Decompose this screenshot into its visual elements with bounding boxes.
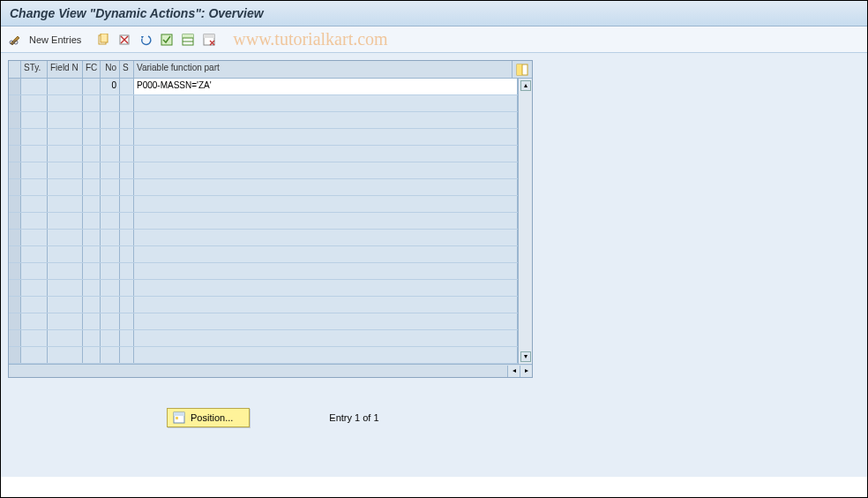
- cell-s[interactable]: [120, 313, 134, 329]
- cell-var-func[interactable]: [134, 129, 518, 145]
- cell-fc[interactable]: [83, 162, 101, 178]
- cell-no[interactable]: [101, 230, 120, 245]
- cell-s[interactable]: [120, 179, 134, 195]
- cell-fc[interactable]: [83, 196, 101, 212]
- cell-field-n[interactable]: [48, 179, 83, 195]
- cell-no[interactable]: [101, 313, 120, 329]
- col-header-s[interactable]: S: [120, 61, 134, 78]
- select-all-icon[interactable]: [159, 32, 175, 48]
- cell-no[interactable]: [101, 330, 120, 346]
- cell-no[interactable]: [101, 196, 120, 212]
- cell-field-n[interactable]: [48, 112, 83, 128]
- cell-var-func[interactable]: [134, 330, 518, 346]
- row-selector[interactable]: [9, 95, 21, 111]
- row-selector[interactable]: [9, 313, 21, 329]
- cell-sty[interactable]: [21, 263, 48, 279]
- cell-field-n[interactable]: [48, 95, 83, 111]
- col-header-sty[interactable]: STy.: [21, 61, 48, 78]
- cell-s[interactable]: [120, 162, 134, 178]
- cell-s[interactable]: [120, 112, 134, 128]
- row-selector[interactable]: [9, 196, 21, 212]
- cell-fc[interactable]: [83, 213, 101, 229]
- cell-no[interactable]: [101, 162, 120, 178]
- table-row[interactable]: [9, 246, 518, 263]
- cell-no[interactable]: [101, 179, 120, 195]
- cell-no[interactable]: [101, 263, 120, 279]
- cell-sty[interactable]: [21, 179, 48, 195]
- cell-fc[interactable]: [83, 297, 101, 313]
- cell-var-func[interactable]: [134, 246, 518, 262]
- cell-field-n[interactable]: [48, 263, 83, 279]
- cell-no[interactable]: [101, 280, 120, 296]
- cell-var-func[interactable]: [134, 347, 518, 363]
- scroll-down-icon[interactable]: ▾: [520, 351, 531, 362]
- table-select-icon[interactable]: [180, 32, 196, 48]
- cell-sty[interactable]: [21, 213, 48, 229]
- select-all-corner[interactable]: [9, 61, 21, 78]
- cell-no[interactable]: [101, 246, 120, 262]
- cell-field-n[interactable]: [48, 79, 83, 94]
- cell-field-n[interactable]: [48, 297, 83, 313]
- cell-s[interactable]: [120, 129, 134, 145]
- row-selector[interactable]: [9, 112, 21, 128]
- cell-s[interactable]: [120, 213, 134, 229]
- table-row[interactable]: [9, 347, 518, 364]
- row-selector[interactable]: [9, 246, 21, 262]
- cell-sty[interactable]: [21, 330, 48, 346]
- position-button[interactable]: Position...: [167, 408, 250, 427]
- cell-no[interactable]: 0: [101, 79, 120, 94]
- cell-fc[interactable]: [83, 129, 101, 145]
- table-row[interactable]: 0P000-MASSN='ZA': [9, 79, 518, 95]
- row-selector[interactable]: [9, 297, 21, 313]
- table-row[interactable]: [9, 213, 518, 230]
- cell-s[interactable]: [120, 196, 134, 212]
- cell-no[interactable]: [101, 129, 120, 145]
- cell-var-func[interactable]: [134, 95, 518, 111]
- cell-sty[interactable]: [21, 79, 48, 94]
- new-entries-button[interactable]: New Entries: [29, 34, 81, 45]
- table-row[interactable]: [9, 263, 518, 280]
- scroll-left-icon[interactable]: ◂: [507, 366, 520, 377]
- cell-fc[interactable]: [83, 95, 101, 111]
- row-selector[interactable]: [9, 347, 21, 363]
- cell-field-n[interactable]: [48, 313, 83, 329]
- cell-fc[interactable]: [83, 263, 101, 279]
- cell-var-func[interactable]: [134, 162, 518, 178]
- table-row[interactable]: [9, 162, 518, 179]
- table-row[interactable]: [9, 95, 518, 112]
- deselect-all-icon[interactable]: [201, 32, 217, 48]
- cell-fc[interactable]: [83, 330, 101, 346]
- cell-s[interactable]: [120, 79, 134, 94]
- delete-icon[interactable]: [116, 32, 132, 48]
- copy-icon[interactable]: [95, 32, 111, 48]
- vertical-scrollbar[interactable]: ▴ ▾: [518, 79, 532, 364]
- cell-s[interactable]: [120, 246, 134, 262]
- cell-var-func[interactable]: [134, 313, 518, 329]
- cell-field-n[interactable]: [48, 213, 83, 229]
- cell-var-func[interactable]: [134, 146, 518, 162]
- cell-var-func[interactable]: [134, 263, 518, 279]
- table-row[interactable]: [9, 129, 518, 146]
- cell-field-n[interactable]: [48, 146, 83, 162]
- cell-var-func[interactable]: [134, 179, 518, 195]
- row-selector[interactable]: [9, 330, 21, 346]
- cell-field-n[interactable]: [48, 347, 83, 363]
- table-row[interactable]: [9, 313, 518, 330]
- row-selector[interactable]: [9, 263, 21, 279]
- cell-no[interactable]: [101, 347, 120, 363]
- col-header-var-func[interactable]: Variable function part: [134, 61, 513, 78]
- horizontal-scrollbar[interactable]: ◂ ▸: [9, 364, 532, 377]
- cell-sty[interactable]: [21, 230, 48, 245]
- cell-sty[interactable]: [21, 297, 48, 313]
- scroll-right-icon[interactable]: ▸: [520, 366, 532, 377]
- cell-sty[interactable]: [21, 146, 48, 162]
- row-selector[interactable]: [9, 146, 21, 162]
- cell-no[interactable]: [101, 146, 120, 162]
- cell-sty[interactable]: [21, 196, 48, 212]
- cell-s[interactable]: [120, 146, 134, 162]
- cell-sty[interactable]: [21, 112, 48, 128]
- cell-var-func[interactable]: P000-MASSN='ZA': [134, 79, 518, 94]
- cell-fc[interactable]: [83, 79, 101, 94]
- row-selector[interactable]: [9, 162, 21, 178]
- cell-fc[interactable]: [83, 146, 101, 162]
